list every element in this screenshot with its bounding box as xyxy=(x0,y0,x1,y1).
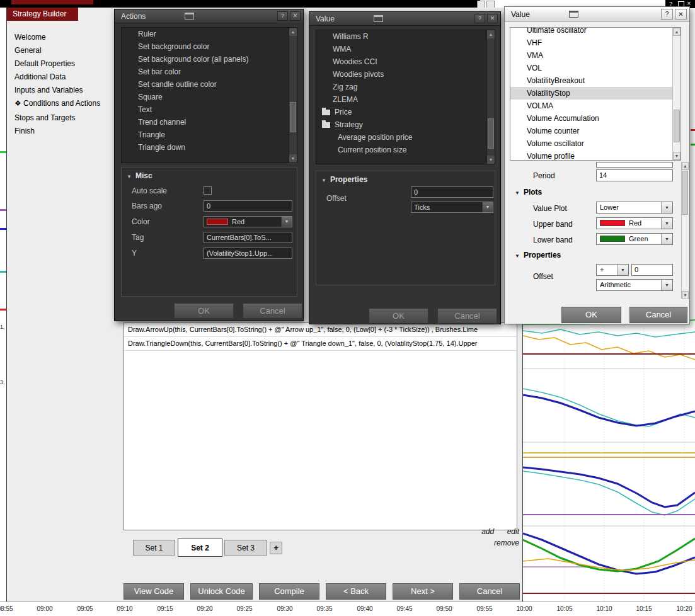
tag-input[interactable]: CurrentBars[0].ToS... xyxy=(204,232,292,243)
close-icon[interactable]: ✕ xyxy=(675,9,687,20)
edit-link[interactable]: edit xyxy=(507,527,519,536)
list-item[interactable]: VMA xyxy=(510,49,681,62)
list-item[interactable]: VOLMA xyxy=(510,100,681,112)
list-item[interactable]: Woodies CCI xyxy=(316,55,495,68)
ok-button[interactable]: OK xyxy=(369,308,428,324)
list-item[interactable]: Ultimate oscillator xyxy=(510,27,681,37)
scrollbar-thumb[interactable] xyxy=(682,171,688,215)
lower-band-color-select[interactable]: Green ▼ xyxy=(596,233,673,245)
list-item[interactable]: Set candle outline color xyxy=(122,78,297,91)
list-item[interactable]: Volume Accumulation xyxy=(510,112,681,125)
back-button[interactable]: < Back xyxy=(326,583,386,600)
help-icon[interactable]: ? xyxy=(661,9,673,20)
close-icon[interactable]: ✕ xyxy=(687,1,691,6)
list-item[interactable]: Woodies pivots xyxy=(316,68,495,81)
list-item[interactable]: Williams R xyxy=(316,30,495,43)
list-item[interactable]: Trend channel xyxy=(122,116,297,128)
list-item[interactable]: Text xyxy=(122,103,297,116)
collapse-icon[interactable]: ▼ xyxy=(515,190,520,196)
list-item[interactable]: VOL xyxy=(510,62,681,74)
ok-button[interactable]: OK xyxy=(174,303,234,319)
tab-set-1[interactable]: Set 1 xyxy=(133,540,175,556)
value-plot-select[interactable]: Lower ▼ xyxy=(596,202,673,214)
plots-header[interactable]: ▼Plots xyxy=(515,188,542,197)
list-item-folder[interactable]: Strategy xyxy=(316,118,495,131)
sidebar-item-finish[interactable]: Finish xyxy=(9,125,123,137)
properties-header[interactable]: ▼Properties xyxy=(515,251,561,260)
list-item[interactable]: Volume oscillator xyxy=(510,137,681,150)
color-select[interactable]: Red ▼ xyxy=(204,216,292,227)
view-code-button[interactable]: View Code xyxy=(123,583,184,600)
cancel-button[interactable]: Cancel xyxy=(629,307,687,323)
cropped-input[interactable] xyxy=(596,162,673,168)
list-item[interactable]: Set bar color xyxy=(122,66,297,78)
chevron-down-icon[interactable]: ▼ xyxy=(661,202,672,213)
scroll-up-icon[interactable]: ▲ xyxy=(289,28,297,36)
list-item[interactable]: Ruler xyxy=(122,28,297,40)
add-link[interactable]: add xyxy=(481,527,494,536)
sidebar-item-additional-data[interactable]: Additional Data xyxy=(9,71,123,83)
chevron-down-icon[interactable]: ▼ xyxy=(661,280,672,290)
chevron-down-icon[interactable]: ▼ xyxy=(661,218,672,229)
close-icon[interactable]: ✕ xyxy=(290,11,301,21)
value-dialog-titlebar[interactable]: Value ? ✕ xyxy=(309,12,500,26)
scroll-down-icon[interactable]: ▼ xyxy=(682,291,689,299)
ok-button[interactable]: OK xyxy=(561,307,621,323)
list-item[interactable]: ZLEMA xyxy=(316,93,495,106)
sidebar-item-inputs-and-variables[interactable]: Inputs and Variables xyxy=(9,84,123,96)
bars-ago-input[interactable]: 0 xyxy=(204,200,292,212)
list-item[interactable]: Set background color (all panels) xyxy=(122,53,297,66)
list-item[interactable]: Volume profile xyxy=(510,150,681,161)
list-item[interactable]: VolatilityBreakout xyxy=(510,74,681,87)
auto-scale-checkbox[interactable] xyxy=(204,186,212,195)
tab-set-3[interactable]: Set 3 xyxy=(224,540,267,556)
sidebar-item-general[interactable]: General xyxy=(9,44,123,57)
scrollbar-thumb[interactable] xyxy=(290,102,296,132)
list-item-selected[interactable]: VolatilityStop xyxy=(510,87,681,100)
scrollbar-thumb[interactable] xyxy=(674,110,680,142)
next-button[interactable]: Next > xyxy=(393,583,453,600)
collapse-icon[interactable]: ▼ xyxy=(127,174,132,180)
chevron-down-icon[interactable]: ▼ xyxy=(281,217,292,227)
scroll-up-icon[interactable]: ▲ xyxy=(673,28,681,36)
compile-button[interactable]: Compile xyxy=(259,583,319,600)
list-item[interactable]: Volume counter xyxy=(510,125,681,137)
collapse-icon[interactable]: ▼ xyxy=(321,178,326,183)
code-line[interactable]: Draw.TriangleDown(this, CurrentBars[0].T… xyxy=(124,337,517,351)
offset-input[interactable]: 0 xyxy=(631,264,673,276)
list-item[interactable]: Triangle xyxy=(122,128,297,141)
scrollbar[interactable]: ▲ ▼ xyxy=(486,30,495,164)
scroll-down-icon[interactable]: ▼ xyxy=(487,156,495,164)
add-set-button[interactable]: + xyxy=(270,542,282,554)
list-item[interactable]: Set background color xyxy=(122,40,297,53)
period-input[interactable]: 14 xyxy=(596,169,673,181)
offset-unit-select[interactable]: Ticks ▼ xyxy=(411,202,493,213)
cancel-button[interactable]: Cancel xyxy=(459,583,520,600)
misc-header[interactable]: ▼Misc xyxy=(127,171,152,180)
chevron-down-icon[interactable]: ▼ xyxy=(661,234,672,244)
list-item[interactable]: Current position size xyxy=(316,144,495,156)
list-item-folder[interactable]: Price xyxy=(316,106,495,118)
scrollbar-thumb[interactable] xyxy=(488,118,494,149)
properties-header[interactable]: ▼Properties xyxy=(321,175,367,184)
unlock-code-button[interactable]: Unlock Code xyxy=(190,583,253,600)
sidebar-item-conditions-and-actions[interactable]: ❖ Conditions and Actions xyxy=(9,97,123,110)
collapse-icon[interactable]: ▼ xyxy=(515,253,520,259)
help-icon[interactable]: ? xyxy=(474,14,485,23)
scroll-up-icon[interactable]: ▲ xyxy=(487,30,495,38)
upper-band-color-select[interactable]: Red ▼ xyxy=(596,217,673,229)
scrollbar[interactable]: ▲ ▼ xyxy=(672,28,681,160)
list-item[interactable]: Triangle down xyxy=(122,141,297,154)
y-input[interactable]: (VolatilityStop1.Upp... xyxy=(204,248,292,259)
remove-link[interactable]: remove xyxy=(494,539,519,547)
list-item[interactable]: VHF xyxy=(510,37,681,49)
sidebar-item-default-properties[interactable]: Default Properties xyxy=(9,57,123,70)
scroll-down-icon[interactable]: ▼ xyxy=(289,154,297,163)
list-item[interactable]: WMA xyxy=(316,43,495,55)
list-item[interactable]: Square xyxy=(122,91,297,103)
offset-input[interactable]: 0 xyxy=(411,186,493,198)
actions-dialog-titlebar[interactable]: Actions ? ✕ xyxy=(115,9,303,23)
chevron-down-icon[interactable]: ▼ xyxy=(617,265,628,275)
offset-type-select[interactable]: Arithmetic ▼ xyxy=(596,279,673,291)
list-item[interactable]: Average position price xyxy=(316,131,495,144)
